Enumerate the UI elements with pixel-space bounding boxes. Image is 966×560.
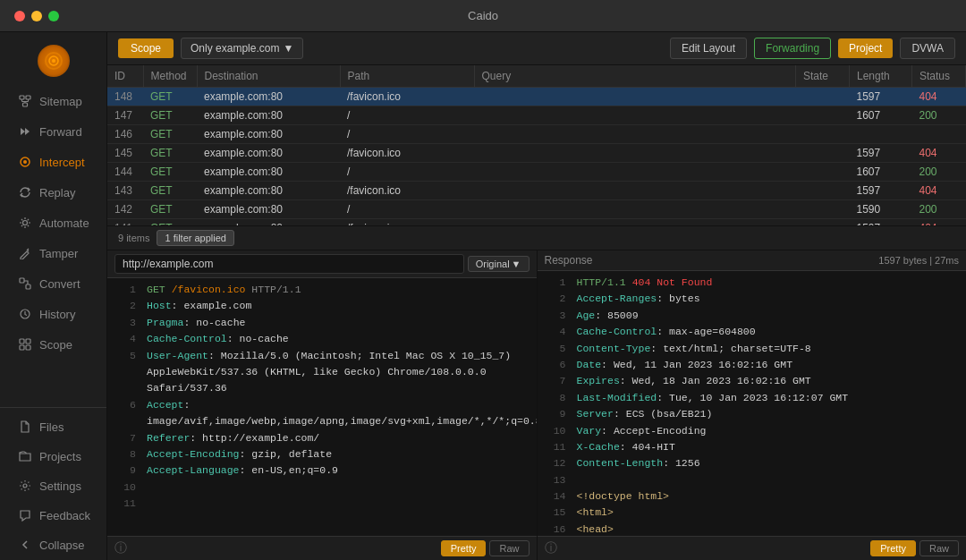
response-line: 7Expires: Wed, 18 Jan 2023 16:02:16 GMT	[538, 373, 967, 389]
table-row[interactable]: 143 GET example.com:80 /favicon.ico 1597…	[107, 182, 966, 200]
sidebar-item-settings-label: Settings	[39, 479, 81, 493]
edit-layout-button[interactable]: Edit Layout	[670, 38, 747, 59]
response-panel: Response 1597 bytes | 27ms 1HTTP/1.1 404…	[538, 250, 967, 560]
request-info-icon[interactable]: ⓘ	[114, 540, 127, 556]
convert-icon	[18, 276, 32, 291]
forwarding-button[interactable]: Forwarding	[754, 38, 831, 59]
sidebar-item-tamper-label: Tamper	[39, 247, 78, 260]
title-bar: Caido	[0, 0, 966, 32]
projects-icon	[18, 449, 32, 463]
scope-dropdown[interactable]: Only example.com ▼	[181, 38, 303, 59]
response-content: 1HTTP/1.1 404 Not Found2Accept-Ranges: b…	[538, 271, 967, 536]
response-line: 4Cache-Control: max-age=604800	[538, 324, 967, 340]
app-body: Sitemap Forward Intercept	[0, 32, 966, 560]
col-path: Path	[340, 65, 474, 88]
item-count: 9 items	[118, 233, 149, 243]
table-row[interactable]: 146 GET example.com:80 /	[107, 125, 966, 144]
sidebar: Sitemap Forward Intercept	[0, 32, 107, 560]
sidebar-item-history[interactable]: History	[4, 300, 103, 328]
settings-icon	[18, 479, 32, 493]
close-button[interactable]	[14, 11, 25, 21]
svg-rect-16	[20, 339, 24, 344]
col-query: Query	[474, 65, 796, 88]
sidebar-item-replay-label: Replay	[39, 186, 75, 199]
request-line: 11	[107, 496, 537, 512]
response-info-icon[interactable]: ⓘ	[545, 540, 557, 556]
sidebar-item-feedback[interactable]: Feedback	[4, 501, 103, 530]
sidebar-item-convert[interactable]: Convert	[4, 269, 103, 298]
sidebar-item-scope[interactable]: Scope	[4, 330, 103, 359]
main-content: Scope Only example.com ▼ Edit Layout For…	[107, 32, 966, 560]
sidebar-item-forward-label: Forward	[39, 125, 82, 139]
table-row[interactable]: 147 GET example.com:80 / 1607 200	[107, 106, 966, 125]
response-line: 13	[538, 472, 967, 488]
request-line: 2Host: example.com	[107, 298, 537, 314]
tamper-icon	[18, 246, 32, 260]
feedback-icon	[18, 508, 32, 522]
sidebar-item-projects[interactable]: Projects	[4, 442, 103, 471]
traffic-lights	[14, 11, 59, 21]
response-line: 14<!doctype html>	[538, 488, 967, 505]
request-line: 5User-Agent: Mozilla/5.0 (Macintosh; Int…	[107, 348, 537, 397]
response-line: 12Content-Length: 1256	[538, 455, 967, 471]
svg-rect-3	[20, 96, 24, 99]
logo	[0, 39, 106, 82]
sidebar-item-collapse[interactable]: Collapse	[4, 530, 103, 559]
sidebar-item-settings[interactable]: Settings	[4, 471, 103, 500]
svg-point-12	[23, 221, 28, 225]
sidebar-bottom: Files Projects Settings	[0, 407, 106, 560]
table-row[interactable]: 144 GET example.com:80 / 1607 200	[107, 163, 966, 182]
minimize-button[interactable]	[31, 11, 42, 21]
sidebar-item-history-label: History	[39, 308, 75, 321]
request-line: 3Pragma: no-cache	[107, 315, 537, 331]
sidebar-item-sitemap[interactable]: Sitemap	[4, 87, 103, 115]
panels: Original ▼ 1GET /favicon.ico HTTP/1.12Ho…	[107, 250, 966, 560]
table-row[interactable]: 142 GET example.com:80 / 1590 200	[107, 200, 966, 219]
request-raw-button[interactable]: Raw	[489, 540, 529, 556]
sidebar-item-intercept[interactable]: Intercept	[4, 148, 103, 176]
response-line: 9Server: ECS (bsa/EB21)	[538, 406, 967, 422]
request-line: 8Accept-Encoding: gzip, deflate	[107, 446, 537, 462]
response-line: 15<html>	[538, 505, 967, 521]
svg-rect-5	[23, 103, 28, 106]
sidebar-item-files[interactable]: Files	[4, 412, 103, 441]
collapse-icon	[18, 538, 32, 552]
request-content: 1GET /favicon.ico HTTP/1.12Host: example…	[107, 278, 537, 536]
sidebar-item-replay[interactable]: Replay	[4, 178, 103, 207]
maximize-button[interactable]	[48, 11, 59, 21]
sidebar-item-sitemap-label: Sitemap	[39, 95, 82, 108]
original-dropdown[interactable]: Original ▼	[468, 256, 530, 272]
response-raw-button[interactable]: Raw	[919, 540, 959, 556]
replay-icon	[18, 185, 32, 199]
response-meta: 1597 bytes | 27ms	[878, 255, 959, 266]
sidebar-item-forward[interactable]: Forward	[4, 117, 103, 146]
filter-badge[interactable]: 1 filter applied	[157, 230, 234, 246]
sidebar-item-automate[interactable]: Automate	[4, 208, 103, 237]
window-title: Caido	[468, 9, 498, 22]
response-line: 10Vary: Accept-Encoding	[538, 423, 967, 439]
svg-rect-19	[26, 345, 30, 350]
response-pretty-button[interactable]: Pretty	[870, 540, 916, 556]
table-row[interactable]: 141 GET example.com:80 /favicon.ico 1597…	[107, 219, 966, 227]
scope-button[interactable]: Scope	[118, 38, 174, 58]
sitemap-icon	[18, 94, 32, 108]
response-line: 8Last-Modified: Tue, 10 Jan 2023 16:12:0…	[538, 390, 967, 406]
sidebar-item-files-label: Files	[39, 420, 64, 434]
request-pretty-button[interactable]: Pretty	[441, 540, 487, 556]
table-row[interactable]: 145 GET example.com:80 /favicon.ico 1597…	[107, 144, 966, 163]
response-line: 2Accept-Ranges: bytes	[538, 291, 967, 307]
svg-rect-14	[26, 284, 30, 289]
sidebar-item-automate-label: Automate	[39, 216, 89, 230]
url-input[interactable]	[114, 254, 464, 274]
project-button[interactable]: Project	[838, 38, 893, 58]
automate-icon	[18, 216, 32, 230]
response-panel-bottom: ⓘ Pretty Raw	[538, 536, 967, 560]
request-line: 4Cache-Control: no-cache	[107, 331, 537, 347]
response-line: 11X-Cache: 404-HIT	[538, 439, 967, 455]
response-line: 6Date: Wed, 11 Jan 2023 16:02:16 GMT	[538, 357, 967, 373]
table-row[interactable]: 148 GET example.com:80 /favicon.ico 1597…	[107, 88, 966, 106]
sidebar-item-convert-label: Convert	[39, 277, 80, 291]
svg-point-20	[23, 484, 27, 488]
dvwa-button[interactable]: DVWA	[900, 38, 955, 59]
sidebar-item-tamper[interactable]: Tamper	[4, 239, 103, 267]
